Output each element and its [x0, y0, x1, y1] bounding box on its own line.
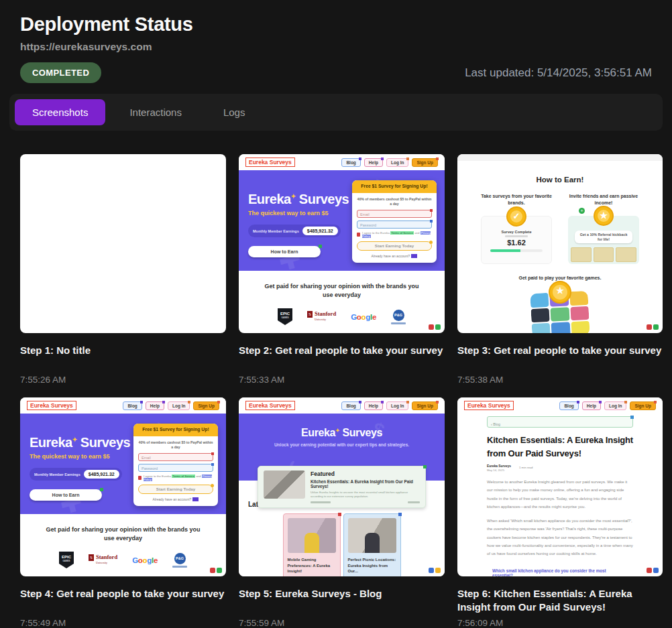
step-title: Step 1: No title — [20, 344, 226, 371]
featured-image — [264, 470, 305, 499]
deployment-url: https://eurekasurveys.com — [20, 41, 652, 53]
thumb-nav-signup: Sign Up — [630, 401, 656, 410]
thumb-nav-login: Log In — [386, 158, 409, 167]
pg-logo: P&G — [391, 310, 406, 324]
footer-tagline: Get paid for sharing your opinion with t… — [263, 282, 421, 300]
landing-title: Eureka✦ Surveys — [248, 192, 359, 207]
tab-logs[interactable]: Logs — [206, 99, 263, 125]
howto-surveys-column: Take surveys from your favorite brands. … — [481, 193, 552, 264]
thumb-navbar: Eureka Surveys Blog Help Log In Sign Up — [239, 397, 445, 414]
thumb-nav-signup: Sign Up — [193, 401, 219, 410]
step-timestamp: 7:55:33 AM — [239, 375, 445, 385]
epic-games-logo: EPICGAMES — [59, 552, 74, 568]
screenshot-thumbnail[interactable]: Eureka Surveys Blog Help Log In Sign Up … — [457, 397, 663, 576]
brand-logos: EPICGAMES S StanfordUniversity Google P&… — [20, 552, 226, 568]
thumb-nav-help: Help — [582, 401, 601, 410]
already-account-link: Already have an account? — [138, 497, 213, 502]
step-timestamp: 7:55:49 AM — [20, 618, 226, 628]
tab-interactions[interactable]: Interactions — [112, 99, 199, 125]
step-title: Step 5: Eureka Surveys - Blog — [239, 587, 445, 614]
landing-title: Eureka✦ Surveys — [30, 435, 140, 450]
screenshot-thumbnail[interactable]: Eureka Surveys Blog Help Log In Sign Up … — [239, 154, 445, 333]
pg-logo: P&G — [172, 553, 187, 568]
trend-photo — [288, 518, 336, 553]
terms-checkbox-row: I agree to the Eureka Terms of Service a… — [357, 231, 432, 239]
widget-badges — [210, 568, 222, 573]
step-card-6: Eureka Surveys Blog Help Log In Sign Up … — [457, 397, 663, 628]
landing-footer: Get paid for sharing your opinion with t… — [239, 271, 445, 325]
thumb-nav-blog: Blog — [123, 401, 142, 410]
how-to-earn-button: How to Earn — [248, 246, 321, 257]
thumb-nav-login: Log In — [168, 401, 190, 410]
landing-footer: Get paid for sharing your opinion with t… — [20, 514, 226, 568]
password-field: Password — [138, 464, 213, 472]
page-title: Deployment Status — [20, 13, 652, 36]
step-card-1: Step 1: No title 7:55:26 AM — [20, 154, 226, 385]
thumb-navbar: Eureka Surveys Blog Help Log In Sign Up — [457, 397, 663, 414]
deployment-header: Deployment Status https://eurekasurveys.… — [0, 0, 672, 83]
article-title: Kitchen Essentials: A Eureka Insight fro… — [487, 434, 633, 460]
checkbox-icon — [357, 233, 360, 237]
plus-icon: + — [579, 208, 585, 214]
footer-tagline: Get paid for sharing your opinion with t… — [44, 525, 202, 543]
screenshot-thumbnail[interactable] — [20, 154, 226, 333]
signup-card: Free $1 Survey for Signing Up! 40% of me… — [133, 424, 218, 506]
earned-amount: $1.62 — [482, 239, 551, 247]
widget-badges — [647, 324, 659, 330]
offer-subtext: 40% of members cashout $5 to PayPal with… — [357, 197, 432, 206]
earnings-pill: Monthly Member Earnings $485,921.32 — [30, 468, 122, 481]
thumb-nav-signup: Sign Up — [412, 158, 438, 167]
eureka-logo: Eureka Surveys — [245, 158, 295, 167]
step-timestamp: 7:55:38 AM — [457, 375, 663, 385]
step-title: Step 2: Get real people to take your sur… — [239, 344, 445, 371]
widget-badges — [429, 324, 441, 330]
coin-icon: ✓ — [506, 206, 526, 227]
thumb-nav-help: Help — [364, 401, 383, 410]
screenshot-grid: Step 1: No title 7:55:26 AM Eureka Surve… — [0, 131, 672, 628]
earnings-pill: Monthly Member Earnings $485,921.32 — [248, 225, 341, 237]
article-paragraph: Welcome to another Eureka Insight gleane… — [487, 478, 633, 511]
checkbox-icon — [138, 476, 142, 480]
start-earning-button: Start Earning Today — [138, 485, 213, 494]
landing-hero: ✚✚ Eureka✦ Surveys The quickest way to e… — [239, 170, 445, 271]
coin-icon: ★ — [594, 206, 614, 226]
offer-banner: Free $1 Survey for Signing Up! — [352, 180, 437, 193]
start-earning-button: Start Earning Today — [357, 241, 432, 251]
thumb-nav-blog: Blog — [341, 401, 360, 410]
trend-card-picnic: Perfect Picnic Locations: Eureka Insight… — [343, 513, 401, 576]
tab-bar: Screenshots Interactions Logs — [9, 94, 663, 131]
howto-title: How to Earn! — [457, 176, 663, 184]
step-title: Step 3: Get real people to take your sur… — [457, 344, 663, 371]
already-account-link: Already have an account? — [357, 254, 432, 259]
thumb-nav-signup: Sign Up — [412, 401, 438, 410]
blog-breadcrumb: ‹ Blog — [487, 416, 633, 428]
thumb-nav-blog: Blog — [341, 158, 360, 167]
screenshot-thumbnail[interactable]: Eureka Surveys Blog Help Log In Sign Up … — [239, 397, 445, 576]
screenshot-thumbnail[interactable]: How to Earn! Take surveys from your favo… — [457, 154, 663, 333]
step-card-5: Eureka Surveys Blog Help Log In Sign Up … — [239, 397, 445, 628]
progress-bar — [490, 249, 543, 252]
stanford-logo: S StanfordUniversity — [89, 554, 117, 566]
step-card-4: Eureka Surveys Blog Help Log In Sign Up … — [20, 397, 226, 628]
step-card-2: Eureka Surveys Blog Help Log In Sign Up … — [239, 154, 445, 385]
eureka-logo: Eureka Surveys — [27, 401, 76, 410]
coin-icon: ★ — [549, 281, 571, 304]
article-byline: Eureka Surveys May 14, 2025 1 min read — [487, 464, 633, 472]
password-field: Password — [357, 221, 432, 229]
how-to-earn-button: How to Earn — [30, 489, 102, 501]
offer-banner: Free $1 Survey for Signing Up! — [133, 424, 218, 436]
widget-badges — [647, 568, 659, 573]
referral-bubble: Get a 10% Referral kickback for life! — [575, 231, 633, 243]
blog-subtitle: Unlock your earning potential with our e… — [239, 442, 445, 447]
offer-subtext: 40% of members cashout $5 to PayPal with… — [138, 440, 213, 450]
trend-card-gaming: Mobile Gaming Preferences: A Eureka Insi… — [283, 513, 341, 576]
article-paragraph: When asked 'Which small kitchen applianc… — [487, 517, 633, 558]
email-field: Email — [138, 453, 213, 461]
screenshot-thumbnail[interactable]: Eureka Surveys Blog Help Log In Sign Up … — [20, 397, 226, 576]
thumb-nav-login: Log In — [386, 401, 409, 410]
tab-screenshots[interactable]: Screenshots — [15, 99, 105, 125]
brand-logos: EPICGAMES S StanfordUniversity Google P&… — [239, 308, 445, 325]
thumb-nav-help: Help — [364, 158, 383, 167]
games-grid: ★ — [531, 292, 589, 334]
step-title: Step 4: Get real people to take your sur… — [20, 587, 226, 614]
